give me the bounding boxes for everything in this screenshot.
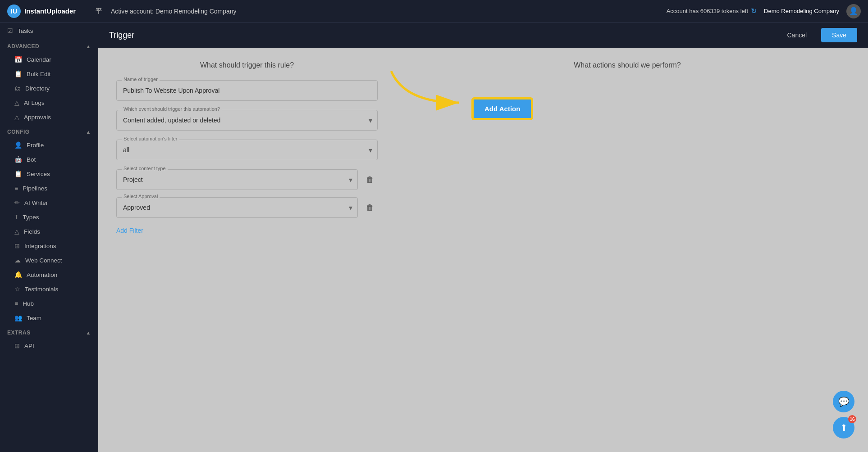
- team-icon: 👥: [14, 314, 22, 321]
- actions-column: What actions should we perform? Add Acti…: [405, 61, 850, 438]
- web-connect-icon: ☁: [14, 257, 21, 264]
- delete-content-type-button[interactable]: 🗑: [362, 172, 378, 188]
- sidebar-item-team[interactable]: 👥 Team: [2, 311, 96, 325]
- event-select-wrap: Content added, updated or deleted ▾: [116, 110, 378, 131]
- sidebar-item-testimonials[interactable]: ☆ Testimonials: [2, 282, 96, 296]
- company-name: Demo Remodeling Company: [764, 8, 839, 14]
- main-panel: What should trigger this rule? Name of t…: [98, 48, 868, 452]
- sidebar-item-automation[interactable]: 🔔 Automation: [2, 267, 96, 282]
- sidebar-item-ai-writer[interactable]: ✏ AI Writer: [2, 195, 96, 210]
- filter-group: Select automation's filter all ▾: [116, 140, 378, 160]
- approval-group: Select Approval Approved ▾: [116, 197, 358, 218]
- scroll-up-button[interactable]: ⬆ 16: [833, 417, 854, 438]
- approvals-icon: △: [14, 113, 19, 121]
- sidebar-item-profile[interactable]: 👤 Profile: [2, 138, 96, 152]
- app-name: InstantUploader: [24, 7, 76, 15]
- trigger-column: What should trigger this rule? Name of t…: [116, 61, 378, 438]
- content-type-label: Select content type: [122, 166, 168, 171]
- sidebar-item-fields[interactable]: △ Fields: [2, 224, 96, 239]
- actions-heading: What actions should we perform?: [405, 61, 850, 69]
- add-action-button[interactable]: Add Action: [472, 98, 532, 119]
- approvals-label: Approvals: [24, 114, 51, 121]
- save-button[interactable]: Save: [821, 28, 857, 42]
- sidebar-item-calendar[interactable]: 📅 Calendar: [2, 52, 96, 67]
- support-fab: 💬 ⬆ 16: [833, 391, 854, 438]
- sidebar-item-bot[interactable]: 🤖 Bot: [2, 152, 96, 167]
- sidebar-section-extras[interactable]: Extras ▲: [0, 325, 98, 339]
- sidebar-item-approvals[interactable]: △ Approvals: [2, 110, 96, 124]
- ai-logs-icon: △: [14, 99, 19, 106]
- sidebar-item-web-connect[interactable]: ☁ Web Connect: [2, 253, 96, 267]
- cancel-button[interactable]: Cancel: [778, 28, 816, 42]
- trigger-name-group: Name of trigger: [116, 80, 378, 101]
- approval-select[interactable]: Approved: [116, 197, 358, 218]
- directory-label: Directory: [25, 85, 50, 92]
- ai-writer-label: AI Writer: [24, 199, 48, 206]
- sidebar-item-tasks[interactable]: ☑ Tasks: [0, 23, 98, 39]
- content-type-select[interactable]: Project: [116, 169, 358, 190]
- tasks-label: Tasks: [18, 27, 33, 34]
- sidebar-section-chevron-config: ▲: [86, 129, 91, 135]
- ai-logs-label: AI Logs: [24, 99, 45, 106]
- web-connect-label: Web Connect: [25, 257, 62, 264]
- bulk-edit-label: Bulk Edit: [27, 71, 50, 77]
- trigger-name-label: Name of trigger: [122, 77, 160, 82]
- top-nav: IU InstantUploader 平 Active account: Dem…: [0, 0, 868, 23]
- api-label: API: [24, 343, 34, 349]
- refresh-icon[interactable]: ↻: [751, 7, 757, 15]
- avatar[interactable]: 👤: [846, 4, 861, 18]
- sidebar-item-integrations[interactable]: ⊞ Integrations: [2, 239, 96, 253]
- sidebar-item-pipelines[interactable]: ≡ Pipelines: [2, 181, 96, 195]
- token-count: Account has 606339 tokens left: [667, 8, 748, 14]
- automation-label: Automation: [27, 271, 57, 278]
- top-nav-right: Account has 606339 tokens left ↻ Demo Re…: [667, 4, 861, 18]
- directory-icon: 🗂: [14, 85, 21, 92]
- services-label: Services: [27, 171, 50, 177]
- filter-select[interactable]: all: [116, 140, 378, 160]
- integrations-label: Integrations: [24, 243, 56, 249]
- integrations-icon: ⊞: [14, 242, 20, 249]
- trigger-heading: What should trigger this rule?: [116, 61, 378, 69]
- trigger-name-input[interactable]: [116, 80, 378, 101]
- event-select[interactable]: Content added, updated or deleted: [116, 110, 378, 131]
- sidebar-section-config[interactable]: Config ▲: [0, 124, 98, 138]
- active-account-label: Active account: Demo Remodeling Company: [102, 8, 667, 15]
- sidebar-section-label-extras: Extras: [7, 330, 31, 336]
- sidebar-item-directory[interactable]: 🗂 Directory: [2, 81, 96, 95]
- up-icon: ⬆: [840, 422, 848, 433]
- sidebar-item-hub[interactable]: ≡ Hub: [2, 296, 96, 311]
- add-filter-button[interactable]: Add Filter: [116, 225, 143, 236]
- pin-icon[interactable]: 平: [96, 7, 102, 15]
- team-label: Team: [27, 315, 41, 321]
- services-icon: 📋: [14, 170, 22, 177]
- api-icon: ⊞: [14, 342, 20, 349]
- chat-button[interactable]: 💬: [833, 391, 854, 412]
- logo[interactable]: IU InstantUploader 平: [7, 5, 102, 18]
- logo-circle: IU: [7, 5, 21, 18]
- sidebar-item-types[interactable]: T Types: [2, 210, 96, 224]
- sidebar-section-chevron-extras: ▲: [86, 330, 91, 335]
- sub-header: Trigger Cancel Save: [98, 23, 868, 48]
- fields-icon: △: [14, 228, 19, 235]
- profile-label: Profile: [27, 142, 44, 149]
- sidebar-item-services[interactable]: 📋 Services: [2, 167, 96, 181]
- profile-icon: 👤: [14, 141, 22, 149]
- content-type-select-wrap: Project ▾: [116, 169, 358, 190]
- sidebar-item-ai-logs[interactable]: △ AI Logs: [2, 95, 96, 110]
- types-icon: T: [14, 213, 18, 221]
- hub-label: Hub: [23, 300, 34, 307]
- delete-approval-button[interactable]: 🗑: [362, 199, 378, 216]
- sidebar-section-label-config: Config: [7, 129, 30, 135]
- chat-icon: 💬: [838, 396, 850, 407]
- testimonials-icon: ☆: [14, 285, 20, 293]
- sidebar-item-api[interactable]: ⊞ API: [2, 339, 96, 353]
- testimonials-label: Testimonials: [25, 286, 58, 293]
- approval-select-wrap: Approved ▾: [116, 197, 358, 218]
- notification-badge: 16: [848, 415, 856, 423]
- add-action-area: Add Action: [405, 80, 850, 119]
- bot-label: Bot: [27, 156, 36, 163]
- sidebar-item-bulk-edit[interactable]: 📋 Bulk Edit: [2, 67, 96, 81]
- sidebar-section-advanced[interactable]: Advanced ▲: [0, 39, 98, 52]
- filter-label: Select automation's filter: [122, 136, 179, 141]
- token-info: Account has 606339 tokens left ↻: [667, 7, 757, 15]
